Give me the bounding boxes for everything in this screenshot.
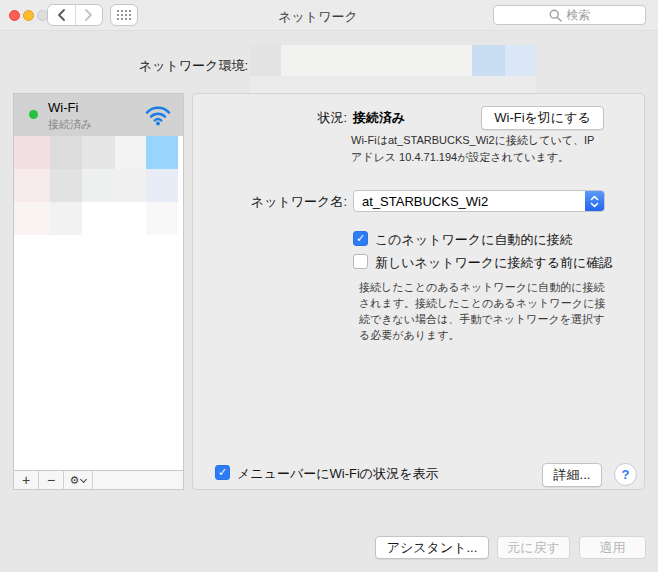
redacted-cell xyxy=(82,136,115,169)
redacted-cell xyxy=(82,169,115,202)
redacted-cell xyxy=(50,202,82,235)
redacted-cell xyxy=(50,136,82,169)
search-icon xyxy=(549,9,562,22)
service-name: Wi-Fi xyxy=(48,100,78,115)
sidebar-toolbar: + − ⚙ xyxy=(14,470,183,489)
menubar-status-label[interactable]: メニューバーにWi-Fiの状況を表示 xyxy=(237,465,438,483)
ask-before-join-label[interactable]: 新しいネットワークに接続する前に確認 xyxy=(375,254,612,272)
services-sidebar: Wi-Fi 接続済み + − ⚙ xyxy=(13,93,184,490)
network-name-popup[interactable]: at_STARBUCKS_Wi2 xyxy=(353,190,605,212)
network-name-label: ネットワーク名: xyxy=(193,193,347,211)
redacted-cell xyxy=(115,136,146,169)
wifi-icon xyxy=(144,103,172,126)
grid-icon xyxy=(117,10,131,20)
assistant-button[interactable]: アシスタント... xyxy=(375,536,489,559)
status-dot-green xyxy=(29,110,38,119)
redacted-cell xyxy=(14,202,50,235)
remove-service-button[interactable]: − xyxy=(39,471,64,489)
back-button[interactable] xyxy=(48,5,75,25)
search-field[interactable]: 検索 xyxy=(493,5,646,25)
redacted-cell xyxy=(14,169,50,202)
ask-before-join-checkbox[interactable]: ✓ xyxy=(353,254,368,269)
auto-join-label[interactable]: このネットワークに自動的に接続 xyxy=(375,231,573,249)
redacted-cell xyxy=(14,136,50,169)
network-name-value: at_STARBUCKS_Wi2 xyxy=(354,194,585,209)
revert-button[interactable]: 元に戻す xyxy=(497,536,570,559)
chevron-down-icon xyxy=(80,475,87,482)
menubar-status-checkbox[interactable]: ✓ xyxy=(215,465,230,480)
redacted-segment xyxy=(472,45,505,76)
forward-button[interactable] xyxy=(75,5,103,25)
redacted-cell xyxy=(146,136,178,169)
redacted-segment xyxy=(250,45,281,76)
network-preferences-window: ネットワーク 検索 ネットワーク環境: Wi-Fi 接続済み + xyxy=(0,0,658,572)
show-all-button[interactable] xyxy=(110,4,138,26)
redacted-list-item[interactable] xyxy=(14,169,178,202)
auto-join-help-text: 接続したことのあるネットワークに自動的に接続されます。接続したことのあるネットワ… xyxy=(359,279,607,343)
redacted-cell xyxy=(115,169,146,202)
status-value: 接続済み xyxy=(353,109,405,127)
add-service-button[interactable]: + xyxy=(14,471,39,489)
help-button[interactable]: ? xyxy=(614,463,637,486)
auto-join-checkbox[interactable]: ✓ xyxy=(353,231,368,246)
apply-button[interactable]: 適用 xyxy=(579,536,646,559)
redacted-cell xyxy=(146,169,178,202)
minimize-button[interactable] xyxy=(23,10,34,21)
popup-stepper-icon xyxy=(585,191,604,211)
redacted-list-item[interactable] xyxy=(14,136,178,169)
redacted-list-item[interactable] xyxy=(14,202,178,235)
service-actions-button[interactable]: ⚙ xyxy=(64,471,93,489)
status-description: Wi-Fiはat_STARBUCKS_Wi2に接続していて、IPアドレス 10.… xyxy=(351,132,601,165)
checkmark-icon: ✓ xyxy=(356,232,365,245)
redacted-cell xyxy=(146,202,178,235)
redacted-segment xyxy=(505,45,536,76)
search-placeholder: 検索 xyxy=(567,7,591,24)
network-location-label: ネットワーク環境: xyxy=(60,57,248,75)
redacted-cell xyxy=(115,202,146,235)
chevron-right-icon xyxy=(83,8,94,22)
location-popup-redacted[interactable] xyxy=(250,45,536,76)
advanced-button[interactable]: 詳細... xyxy=(542,463,602,487)
sidebar-redacted-list xyxy=(14,136,178,235)
close-button[interactable] xyxy=(9,10,20,21)
gear-icon: ⚙ xyxy=(70,472,80,488)
status-label: 状況: xyxy=(193,109,347,127)
redacted-cell xyxy=(50,169,82,202)
turn-off-wifi-button[interactable]: Wi-Fiを切にする xyxy=(481,106,604,130)
titlebar: ネットワーク 検索 xyxy=(0,0,658,31)
service-status: 接続済み xyxy=(48,117,92,132)
redacted-cell xyxy=(82,202,115,235)
window-title: ネットワーク xyxy=(150,8,486,26)
nav-back-forward xyxy=(47,4,103,26)
sidebar-item-wifi[interactable]: Wi-Fi 接続済み xyxy=(14,94,183,136)
checkmark-icon: ✓ xyxy=(218,466,227,479)
chevron-left-icon xyxy=(56,8,67,22)
redacted-segment xyxy=(281,45,472,76)
wifi-settings-panel: 状況: 接続済み Wi-Fiを切にする Wi-Fiはat_STARBUCKS_W… xyxy=(192,93,645,490)
